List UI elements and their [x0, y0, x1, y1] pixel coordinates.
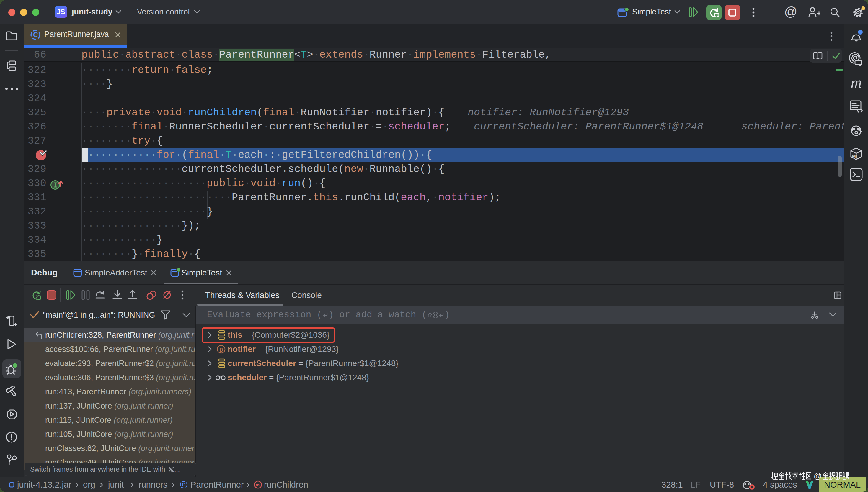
svg-text:p: p: [219, 346, 223, 354]
svg-text:@: @: [814, 472, 822, 481]
svg-text:ML: ML: [852, 154, 859, 159]
svg-text:C: C: [182, 482, 185, 488]
svg-text:C: C: [33, 31, 38, 39]
svg-text:m: m: [256, 482, 259, 487]
